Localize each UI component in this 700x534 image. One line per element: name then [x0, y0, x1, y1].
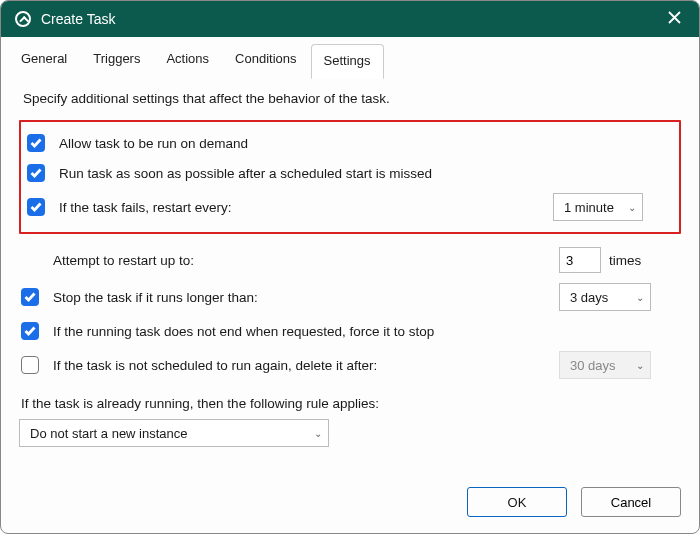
label-stop-longer: Stop the task if it runs longer than: [53, 290, 559, 305]
clock-icon [15, 11, 31, 27]
dropdown-restart-interval-value: 1 minute [564, 200, 614, 215]
create-task-window: Create Task General Triggers Actions Con… [0, 0, 700, 534]
chevron-down-icon: ⌄ [636, 292, 644, 303]
checkbox-stop-longer[interactable] [21, 288, 39, 306]
dialog-footer: OK Cancel [1, 477, 699, 533]
tab-triggers[interactable]: Triggers [81, 43, 152, 78]
checkbox-restart-every[interactable] [27, 198, 45, 216]
chevron-down-icon: ⌄ [628, 202, 636, 213]
highlight-annotation: Allow task to be run on demand Run task … [19, 120, 681, 234]
label-attempt-suffix: times [609, 253, 641, 268]
label-delete-after: If the task is not scheduled to run agai… [53, 358, 559, 373]
tab-settings[interactable]: Settings [311, 44, 384, 79]
dropdown-delete-after-value: 30 days [570, 358, 616, 373]
input-attempt-count[interactable] [559, 247, 601, 273]
label-force-stop: If the running task does not end when re… [53, 324, 679, 339]
tab-actions[interactable]: Actions [154, 43, 221, 78]
titlebar: Create Task [1, 1, 699, 37]
cancel-button[interactable]: Cancel [581, 487, 681, 517]
dropdown-restart-interval[interactable]: 1 minute ⌄ [553, 193, 643, 221]
dropdown-delete-after: 30 days ⌄ [559, 351, 651, 379]
window-title: Create Task [41, 11, 663, 27]
settings-panel: Specify additional settings that affect … [1, 79, 699, 477]
dropdown-running-rule-value: Do not start a new instance [30, 426, 188, 441]
label-attempt-count: Attempt to restart up to: [53, 253, 559, 268]
dropdown-stop-duration-value: 3 days [570, 290, 608, 305]
tab-conditions[interactable]: Conditions [223, 43, 308, 78]
label-running-rule: If the task is already running, then the… [21, 396, 679, 411]
tab-strip: General Triggers Actions Conditions Sett… [1, 37, 699, 79]
panel-description: Specify additional settings that affect … [23, 91, 677, 106]
label-run-asap: Run task as soon as possible after a sch… [59, 166, 673, 181]
label-allow-on-demand: Allow task to be run on demand [59, 136, 673, 151]
checkbox-run-asap[interactable] [27, 164, 45, 182]
dropdown-running-rule[interactable]: Do not start a new instance ⌄ [19, 419, 329, 447]
checkbox-force-stop[interactable] [21, 322, 39, 340]
checkbox-delete-after[interactable] [21, 356, 39, 374]
chevron-down-icon: ⌄ [314, 428, 322, 439]
label-restart-every: If the task fails, restart every: [59, 200, 553, 215]
close-button[interactable] [663, 10, 685, 28]
tab-general[interactable]: General [9, 43, 79, 78]
ok-button[interactable]: OK [467, 487, 567, 517]
checkbox-allow-on-demand[interactable] [27, 134, 45, 152]
dropdown-stop-duration[interactable]: 3 days ⌄ [559, 283, 651, 311]
chevron-down-icon: ⌄ [636, 360, 644, 371]
